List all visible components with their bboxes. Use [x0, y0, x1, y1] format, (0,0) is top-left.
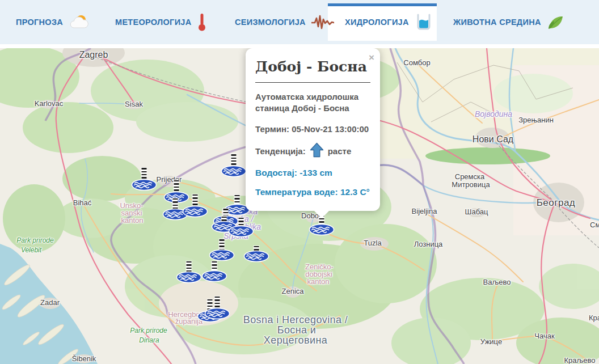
station-marker[interactable] [221, 165, 247, 177]
water-container-icon [415, 13, 433, 31]
water-gauge-icon [182, 205, 208, 218]
water-gauge-icon [309, 223, 335, 236]
station-description: Аутоматска хидролошка станица Добој - Бо… [255, 91, 370, 114]
tendency-value: расте [328, 146, 352, 157]
arrow-up-icon [310, 142, 324, 160]
tab-meteorologija[interactable]: МЕТЕОРОЛОГИЈА [115, 0, 206, 44]
station-marker[interactable] [131, 179, 157, 191]
station-marker[interactable] [204, 307, 230, 320]
map-label: Чачак [534, 332, 554, 340]
tab-label: ЖИВОТНА СРЕДИНА [453, 18, 541, 27]
station-popup: × Добој - Босна Аутоматска хидролошка ст… [246, 48, 380, 211]
popup-title: Добој - Босна [255, 58, 370, 75]
thermometer-icon [197, 12, 206, 32]
map-label: Zadar [40, 298, 60, 307]
map-label: kanton [121, 216, 143, 225]
map-label: Митровица [452, 180, 490, 189]
leaf-icon [547, 14, 565, 31]
map-label: Karlovac [35, 99, 64, 108]
close-icon[interactable]: × [369, 53, 374, 62]
tab-label: МЕТЕОРОЛОГИЈА [115, 18, 192, 27]
popup-divider [255, 82, 370, 83]
map-label: Војводина [475, 109, 512, 118]
map-label: Ужице [480, 337, 502, 346]
map-label: Bihać [73, 198, 92, 207]
tab-label: СЕИЗМОЛОГИЈА [235, 18, 306, 27]
map-label: Zenica [281, 287, 303, 295]
map-label: Херцеговина [264, 335, 327, 346]
tab-label: ПРОГНОЗА [16, 18, 63, 27]
tab-seizmologija[interactable]: СЕИЗМОЛОГИЈА [235, 0, 334, 44]
tab-hidrologija[interactable]: ХИДРОЛОГИЈА [345, 0, 433, 44]
tab-label: ХИДРОЛОГИЈА [345, 18, 409, 27]
map-label: Park prirode [130, 327, 167, 335]
map-label: Смедерево [590, 221, 599, 229]
water-gauge-icon [209, 249, 235, 261]
map-label: Dinara [139, 336, 159, 344]
station-marker[interactable] [309, 223, 335, 236]
map-label: Šibenik [72, 354, 96, 363]
map-label: Velebit [21, 246, 41, 254]
map-label: Шабац [465, 208, 488, 216]
station-marker[interactable] [209, 249, 235, 261]
tab-zivotna-sredina[interactable]: ЖИВОТНА СРЕДИНА [453, 0, 565, 44]
tab-prognoza[interactable]: ПРОГНОЗА [16, 0, 89, 44]
map-label: Tuzla [364, 239, 381, 247]
tendency-row: Тенденција: расте [255, 142, 370, 160]
water-gauge-icon [201, 270, 227, 282]
water-gauge-icon [131, 179, 157, 191]
map-label: Park prirode [16, 236, 53, 244]
station-marker[interactable] [182, 205, 208, 218]
water-gauge-icon [221, 165, 247, 177]
map-label: kanton [307, 277, 329, 286]
station-marker[interactable] [243, 250, 269, 263]
map-label: Нови Сад [473, 134, 513, 145]
map-label: Лозница [414, 240, 443, 248]
station-marker[interactable] [201, 270, 227, 282]
map-canvas[interactable]: ZagrebKarlovacSisakBihaćPrijedorZadarŠib… [0, 48, 599, 364]
map-label: Зрењанин [518, 116, 554, 124]
water-gauge-icon [243, 250, 269, 263]
tendency-label: Тенденција: [255, 146, 306, 157]
seismograph-icon [311, 15, 334, 29]
station-marker[interactable] [228, 225, 254, 238]
map-label: Sisak [125, 100, 143, 108]
map-label: Ваљево [483, 278, 511, 286]
map-label: Сомбор [403, 58, 430, 67]
map-label: Крагујевац [589, 314, 599, 322]
station-marker[interactable] [176, 271, 202, 283]
map-label: Bijeljina [412, 207, 437, 215]
water-gauge-icon [176, 271, 202, 283]
measurement-time: Термин: 05-Nov-21 13:00:00 [255, 124, 370, 135]
map-label: Краљево [564, 356, 595, 364]
water-temperature-value: Температура воде: 12.3 C° [255, 187, 370, 197]
top-navbar: ПРОГНОЗА МЕТЕОРОЛОГИЈА СЕИЗМОЛОГИЈА ХИДР… [0, 0, 599, 44]
map-label: Zagreb [79, 50, 108, 60]
water-gauge-icon [228, 225, 254, 238]
sun-cloud-icon [69, 14, 89, 31]
map-label: Сремска [455, 172, 485, 181]
water-gauge-icon [204, 307, 230, 320]
water-level-value: Водостај: -133 cm [255, 168, 370, 178]
map-label: Београд [537, 197, 576, 209]
